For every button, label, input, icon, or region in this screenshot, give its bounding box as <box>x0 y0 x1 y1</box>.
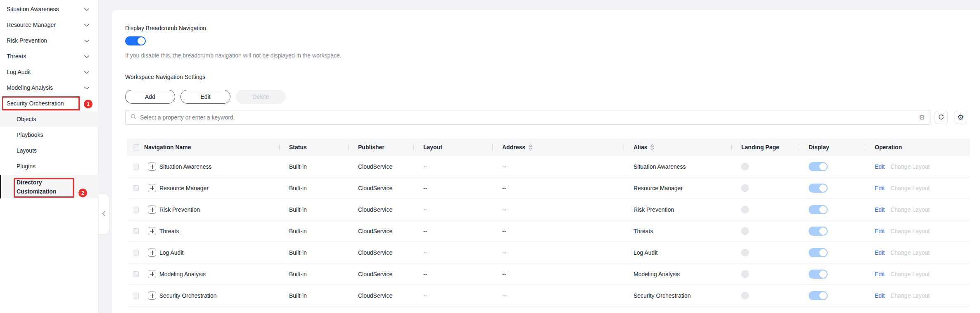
change-layout-link[interactable]: Change Layout <box>890 292 930 299</box>
row-checkbox[interactable] <box>133 207 139 213</box>
cell-alias: Modeling Analysis <box>624 263 731 284</box>
cell-display <box>799 220 865 241</box>
change-layout-link[interactable]: Change Layout <box>890 163 930 170</box>
landing-page-radio[interactable] <box>741 270 749 278</box>
edit-link[interactable]: Edit <box>875 228 885 234</box>
table-row: Security Orchestration Built-in CloudSer… <box>127 285 970 306</box>
change-layout-link[interactable]: Change Layout <box>890 206 930 213</box>
landing-page-radio[interactable] <box>741 249 749 256</box>
edit-link[interactable]: Edit <box>875 292 885 299</box>
expand-row-icon[interactable] <box>148 184 156 192</box>
sort-icon[interactable] <box>650 144 655 151</box>
sidebar-item-situation-awareness[interactable]: Situation Awareness <box>0 1 98 17</box>
edit-button[interactable]: Edit <box>180 90 230 104</box>
change-layout-link[interactable]: Change Layout <box>890 185 930 191</box>
display-toggle[interactable] <box>809 184 828 193</box>
edit-link[interactable]: Edit <box>875 185 885 191</box>
header-alias: Alias <box>624 139 731 156</box>
expand-row-icon[interactable] <box>148 227 156 235</box>
sidebar-item-layouts[interactable]: Layouts <box>0 143 98 158</box>
cell-status: Built-in <box>279 177 348 198</box>
change-layout-link[interactable]: Change Layout <box>890 228 930 234</box>
sidebar-item-log-audit[interactable]: Log Audit <box>0 64 98 80</box>
expand-row-icon[interactable] <box>148 248 156 257</box>
edit-link[interactable]: Edit <box>875 163 885 170</box>
row-checkbox[interactable] <box>133 164 139 170</box>
cell-operation: Edit Change Layout <box>865 263 970 284</box>
cell-publisher: CloudService <box>348 242 413 263</box>
display-toggle[interactable] <box>809 205 828 214</box>
sidebar-item-threats[interactable]: Threats <box>0 48 98 64</box>
cell-publisher: CloudService <box>348 177 413 198</box>
column-settings-button[interactable]: ⚙ <box>954 111 967 124</box>
cell-name: Security Orchestration <box>127 285 279 306</box>
chevron-down-icon <box>84 84 90 91</box>
edit-link[interactable]: Edit <box>875 271 885 277</box>
landing-page-radio[interactable] <box>741 227 749 235</box>
row-checkbox[interactable] <box>133 250 139 256</box>
landing-page-radio[interactable] <box>741 292 749 299</box>
cell-alias: Security Orchestration <box>624 285 731 306</box>
display-toggle[interactable] <box>809 270 828 279</box>
cell-layout: -- <box>413 156 492 177</box>
row-checkbox[interactable] <box>133 271 139 277</box>
breadcrumb-toggle[interactable] <box>125 36 146 45</box>
table-row: Resource Manager Built-in CloudService -… <box>127 177 970 199</box>
chevron-down-icon <box>84 37 90 44</box>
table-row: Situation Awareness Built-in CloudServic… <box>127 156 970 177</box>
column-label: Display <box>809 144 829 151</box>
refresh-button[interactable] <box>935 111 948 124</box>
sidebar: Situation Awareness Resource Manager Ris… <box>0 0 98 313</box>
sidebar-item-objects[interactable]: Objects <box>0 111 98 127</box>
header-address: Address <box>492 139 624 156</box>
search-bar[interactable]: ⚙ <box>125 110 930 125</box>
table-row: Log Audit Built-in CloudService -- -- Lo… <box>127 242 970 263</box>
cell-alias: Log Audit <box>624 242 731 263</box>
display-toggle[interactable] <box>809 248 828 257</box>
sidebar-item-resource-manager[interactable]: Resource Manager <box>0 17 98 33</box>
expand-row-icon[interactable] <box>148 291 156 300</box>
change-layout-link[interactable]: Change Layout <box>890 249 930 256</box>
navigation-name: Log Audit <box>159 249 183 256</box>
landing-page-radio[interactable] <box>741 163 749 170</box>
sort-icon[interactable] <box>528 144 533 151</box>
cell-publisher: CloudService <box>348 220 413 241</box>
display-toggle[interactable] <box>809 227 828 236</box>
cell-address: -- <box>492 263 624 284</box>
search-input[interactable] <box>140 114 919 121</box>
expand-row-icon[interactable] <box>148 205 156 214</box>
search-filter-gear-icon[interactable]: ⚙ <box>919 114 925 121</box>
expand-row-icon[interactable] <box>148 270 156 278</box>
cell-publisher: CloudService <box>348 156 413 177</box>
cell-alias: Situation Awareness <box>624 156 731 177</box>
navigation-name: Security Orchestration <box>159 292 217 299</box>
landing-page-radio[interactable] <box>741 184 749 192</box>
sidebar-collapse-handle[interactable] <box>99 194 109 235</box>
landing-page-radio[interactable] <box>741 206 749 213</box>
table-header: Navigation Name Status Publisher Layout … <box>127 139 970 156</box>
cell-display <box>799 156 865 177</box>
sidebar-item-risk-prevention[interactable]: Risk Prevention <box>0 33 98 48</box>
display-toggle[interactable] <box>809 162 828 171</box>
edit-link[interactable]: Edit <box>875 206 885 213</box>
sidebar-item-modeling-analysis[interactable]: Modeling Analysis <box>0 80 98 96</box>
content-card: Display Breadcrumb Navigation If you dis… <box>112 10 980 313</box>
select-all-checkbox[interactable] <box>133 144 139 151</box>
sidebar-item-plugins[interactable]: Plugins <box>0 158 98 174</box>
sidebar-item-label: Threats <box>7 53 84 60</box>
change-layout-link[interactable]: Change Layout <box>890 271 930 277</box>
cell-landing-page <box>731 263 799 284</box>
row-checkbox[interactable] <box>133 185 139 191</box>
expand-row-icon[interactable] <box>148 162 156 171</box>
row-checkbox[interactable] <box>133 228 139 234</box>
sidebar-item-playbooks[interactable]: Playbooks <box>0 127 98 143</box>
cell-landing-page <box>731 220 799 241</box>
delete-button[interactable]: Delete <box>236 90 286 104</box>
row-checkbox[interactable] <box>133 293 139 299</box>
cell-name: Situation Awareness <box>127 156 279 177</box>
display-toggle[interactable] <box>809 291 828 300</box>
add-button[interactable]: Add <box>125 90 175 104</box>
cell-operation: Edit Change Layout <box>865 242 970 263</box>
sidebar-item-label: Risk Prevention <box>7 37 84 44</box>
edit-link[interactable]: Edit <box>875 249 885 256</box>
